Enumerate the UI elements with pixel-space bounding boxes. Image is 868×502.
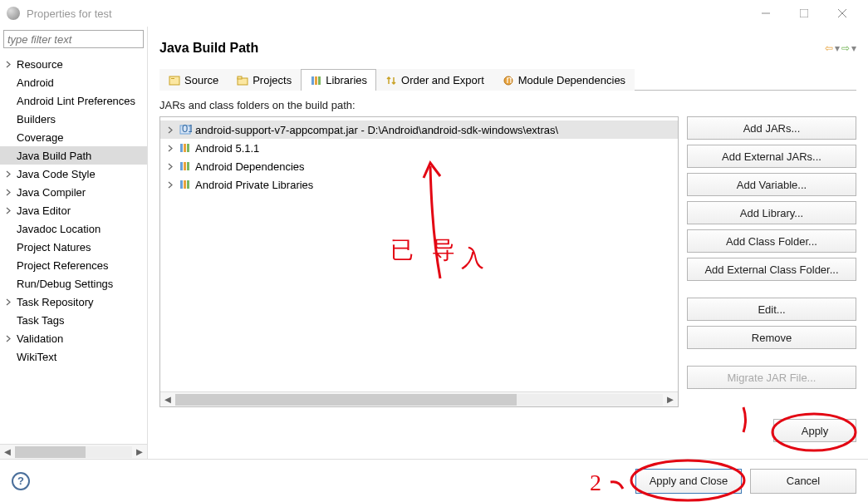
cancel-button[interactable]: Cancel xyxy=(750,469,856,494)
close-button[interactable] xyxy=(823,0,861,27)
library-icon xyxy=(179,160,192,172)
eclipse-icon xyxy=(7,7,20,20)
sidebar-item-resource[interactable]: Resource xyxy=(0,55,147,73)
chevron-right-icon[interactable] xyxy=(167,163,179,170)
sidebar-item-label: Resource xyxy=(17,58,63,71)
module-icon: m xyxy=(503,75,514,86)
svg-rect-7 xyxy=(238,76,242,79)
chevron-right-icon[interactable] xyxy=(167,145,179,152)
sidebar-item-android[interactable]: Android xyxy=(0,73,147,91)
nav-arrows: ⇦ ▾ ⇨ ▾ xyxy=(825,42,856,54)
chevron-right-icon[interactable] xyxy=(5,61,17,68)
svg-rect-16 xyxy=(184,144,186,152)
sidebar-item-builders[interactable]: Builders xyxy=(0,110,147,128)
add-external-class-folder-button[interactable]: Add External Class Folder... xyxy=(687,258,856,281)
add-jars-button[interactable]: Add JARs... xyxy=(687,116,856,140)
add-variable-button[interactable]: Add Variable... xyxy=(687,173,856,196)
library-label: android-support-v7-appcompat.jar - D:\An… xyxy=(195,124,558,136)
library-row[interactable]: Android 5.1.1 xyxy=(160,139,678,157)
maximize-button[interactable] xyxy=(785,0,823,27)
sidebar-item-label: Validation xyxy=(17,332,63,345)
tab-label: Module Dependencies xyxy=(518,74,625,86)
minimize-button[interactable] xyxy=(747,0,785,27)
svg-rect-9 xyxy=(315,76,317,85)
tab-projects[interactable]: Projects xyxy=(228,69,301,91)
sidebar-item-android-lint-preferences[interactable]: Android Lint Preferences xyxy=(0,91,147,110)
tab-order-and-export[interactable]: Order and Export xyxy=(376,69,493,91)
chevron-right-icon[interactable] xyxy=(5,189,17,196)
sidebar-item-project-references[interactable]: Project References xyxy=(0,256,147,274)
chevron-right-icon[interactable] xyxy=(5,298,17,306)
sidebar-item-java-editor[interactable]: Java Editor xyxy=(0,201,147,219)
libraries-tree[interactable]: 010android-support-v7-appcompat.jar - D:… xyxy=(159,116,679,407)
nav-back-menu-icon[interactable]: ▾ xyxy=(835,42,840,54)
library-row[interactable]: 010android-support-v7-appcompat.jar - D:… xyxy=(160,121,678,139)
chevron-right-icon[interactable] xyxy=(5,335,17,342)
svg-text:m: m xyxy=(506,75,514,86)
sidebar-item-java-compiler[interactable]: Java Compiler xyxy=(0,183,147,201)
sidebar-item-task-repository[interactable]: Task Repository xyxy=(0,293,147,311)
add-class-folder-button[interactable]: Add Class Folder... xyxy=(687,229,856,253)
scroll-left-icon[interactable]: ◄ xyxy=(160,393,175,406)
sidebar-item-coverage[interactable]: Coverage xyxy=(0,128,147,146)
add-external-jars-button[interactable]: Add External JARs... xyxy=(687,145,856,168)
sidebar-item-label: Java Build Path xyxy=(17,150,91,162)
nav-forward-menu-icon[interactable]: ▾ xyxy=(851,42,856,54)
tab-libraries[interactable]: Libraries xyxy=(301,69,376,91)
svg-rect-21 xyxy=(180,180,183,189)
sidebar-item-label: Java Code Style xyxy=(17,168,96,180)
edit-button[interactable]: Edit... xyxy=(687,298,856,321)
library-label: Android Private Libraries xyxy=(195,179,313,191)
chevron-right-icon[interactable] xyxy=(167,126,179,134)
sidebar-item-validation[interactable]: Validation xyxy=(0,329,147,347)
sidebar-item-java-code-style[interactable]: Java Code Style xyxy=(0,165,147,183)
footer: ? Apply and Close Cancel xyxy=(0,459,868,502)
nav-back-icon[interactable]: ⇦ xyxy=(825,42,833,54)
sidebar-item-wikitext[interactable]: WikiText xyxy=(0,347,147,366)
tab-label: Libraries xyxy=(326,74,367,86)
migrate-jar-button: Migrate JAR File... xyxy=(687,366,856,389)
libraries-scrollbar[interactable]: ◄ ► xyxy=(160,391,678,406)
tab-source[interactable]: Source xyxy=(159,69,228,91)
apply-button[interactable]: Apply xyxy=(773,419,856,442)
remove-button[interactable]: Remove xyxy=(687,326,856,349)
tab-module-dependencies[interactable]: mModule Dependencies xyxy=(493,69,635,91)
apply-and-close-button[interactable]: Apply and Close xyxy=(635,469,742,494)
subtitle-label: JARs and class folders on the build path… xyxy=(159,99,856,111)
library-icon xyxy=(179,179,192,190)
chevron-right-icon[interactable] xyxy=(167,181,179,189)
sidebar-item-label: Java Compiler xyxy=(17,186,86,199)
sidebar-item-run-debug-settings[interactable]: Run/Debug Settings xyxy=(0,274,147,293)
title-bar: Properties for test xyxy=(0,0,868,27)
scroll-right-icon[interactable]: ► xyxy=(663,393,678,406)
chevron-right-icon[interactable] xyxy=(5,170,17,178)
sidebar-item-label: Run/Debug Settings xyxy=(17,278,113,290)
scroll-right-icon[interactable]: ► xyxy=(132,445,147,458)
add-library-button[interactable]: Add Library... xyxy=(687,201,856,224)
sidebar-item-project-natures[interactable]: Project Natures xyxy=(0,238,147,256)
library-row[interactable]: Android Dependencies xyxy=(160,157,678,175)
svg-rect-23 xyxy=(187,180,189,189)
sidebar-item-label: WikiText xyxy=(17,351,56,363)
svg-rect-19 xyxy=(184,162,186,170)
svg-rect-18 xyxy=(180,162,183,170)
sidebar-scrollbar[interactable]: ◄ ► xyxy=(0,444,147,459)
svg-rect-4 xyxy=(169,76,179,85)
svg-rect-17 xyxy=(187,144,189,152)
jar-icon: 010 xyxy=(179,124,192,135)
nav-forward-icon[interactable]: ⇨ xyxy=(841,42,850,54)
sidebar-item-label: Javadoc Location xyxy=(17,223,101,235)
svg-rect-8 xyxy=(311,76,314,85)
chevron-right-icon[interactable] xyxy=(5,207,17,214)
sidebar-item-javadoc-location[interactable]: Javadoc Location xyxy=(0,219,147,238)
svg-rect-20 xyxy=(187,162,189,170)
sidebar-item-java-build-path[interactable]: Java Build Path xyxy=(0,146,147,165)
filter-input[interactable] xyxy=(3,30,144,48)
sidebar-item-task-tags[interactable]: Task Tags xyxy=(0,311,147,329)
sidebar-item-label: Project Natures xyxy=(17,241,91,253)
sidebar-item-label: Project References xyxy=(17,259,109,272)
library-row[interactable]: Android Private Libraries xyxy=(160,175,678,194)
help-icon[interactable]: ? xyxy=(12,472,30,490)
svg-rect-1 xyxy=(800,9,808,17)
scroll-left-icon[interactable]: ◄ xyxy=(0,445,15,458)
